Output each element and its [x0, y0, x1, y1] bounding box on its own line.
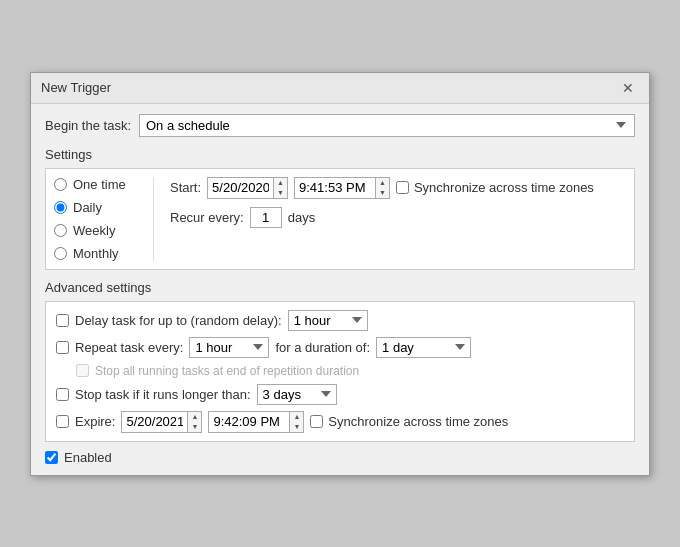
stop-task-checkbox[interactable] — [56, 388, 69, 401]
expire-sync-checkbox[interactable] — [310, 415, 323, 428]
enabled-row: Enabled — [45, 450, 635, 465]
advanced-settings-label: Advanced settings — [45, 280, 635, 295]
expire-sync-check[interactable]: Synchronize across time zones — [310, 414, 508, 429]
expire-date-down-arrow[interactable]: ▼ — [188, 422, 201, 432]
daily-label: Daily — [73, 200, 102, 215]
schedule-type-daily[interactable]: Daily — [54, 200, 141, 215]
daily-radio[interactable] — [54, 201, 67, 214]
repeat-label: Repeat task every: — [75, 340, 183, 355]
recur-label: Recur every: — [170, 210, 244, 225]
title-bar: New Trigger ✕ — [31, 73, 649, 104]
schedule-type-weekly[interactable]: Weekly — [54, 223, 141, 238]
expire-date-spinner[interactable]: ▲ ▼ — [187, 412, 201, 432]
repeat-select[interactable]: 1 hour — [189, 337, 269, 358]
stop-repetition-row: Stop all running tasks at end of repetit… — [56, 364, 624, 378]
one-time-radio[interactable] — [54, 178, 67, 191]
start-label: Start: — [170, 180, 201, 195]
one-time-label: One time — [73, 177, 126, 192]
stop-task-row: Stop task if it runs longer than: 3 days — [56, 384, 624, 405]
stop-task-select[interactable]: 3 days — [257, 384, 337, 405]
delay-checkbox[interactable] — [56, 314, 69, 327]
schedule-type-column: One time Daily Weekly Monthly — [54, 177, 154, 261]
start-date-spinner[interactable]: ▲ ▼ — [273, 178, 287, 198]
expire-date-field[interactable]: ▲ ▼ — [121, 411, 202, 433]
expire-date-up-arrow[interactable]: ▲ — [188, 412, 201, 422]
expire-time-spinner[interactable]: ▲ ▼ — [289, 412, 303, 432]
settings-label: Settings — [45, 147, 635, 162]
start-date-down-arrow[interactable]: ▼ — [274, 188, 287, 198]
schedule-type-monthly[interactable]: Monthly — [54, 246, 141, 261]
sync-zones-check[interactable]: Synchronize across time zones — [396, 180, 594, 195]
stop-repetition-checkbox — [76, 364, 89, 377]
begin-task-select[interactable]: On a schedule — [139, 114, 635, 137]
repeat-row: Repeat task every: 1 hour for a duration… — [56, 337, 624, 358]
expire-time-down-arrow[interactable]: ▼ — [290, 422, 303, 432]
recur-unit-label: days — [288, 210, 315, 225]
enabled-checkbox[interactable] — [45, 451, 58, 464]
start-date-input[interactable] — [208, 178, 273, 198]
schedule-type-one-time[interactable]: One time — [54, 177, 141, 192]
start-time-down-arrow[interactable]: ▼ — [376, 188, 389, 198]
monthly-radio[interactable] — [54, 247, 67, 260]
stop-repetition-label: Stop all running tasks at end of repetit… — [95, 364, 359, 378]
expire-date-input[interactable] — [122, 412, 187, 432]
right-settings: Start: ▲ ▼ ▲ ▼ — [154, 177, 626, 261]
duration-select[interactable]: 1 day — [376, 337, 471, 358]
delay-label: Delay task for up to (random delay): — [75, 313, 282, 328]
duration-label: for a duration of: — [275, 340, 370, 355]
expire-checkbox[interactable] — [56, 415, 69, 428]
advanced-settings-box: Delay task for up to (random delay): 1 h… — [45, 301, 635, 442]
start-time-field[interactable]: ▲ ▼ — [294, 177, 390, 199]
delay-row: Delay task for up to (random delay): 1 h… — [56, 310, 624, 331]
dialog: New Trigger ✕ Begin the task: On a sched… — [30, 72, 650, 476]
recur-value-input[interactable] — [250, 207, 282, 228]
close-button[interactable]: ✕ — [617, 79, 639, 97]
weekly-radio[interactable] — [54, 224, 67, 237]
monthly-label: Monthly — [73, 246, 119, 261]
advanced-settings-section: Advanced settings Delay task for up to (… — [45, 280, 635, 442]
expire-row: Expire: ▲ ▼ ▲ ▼ — [56, 411, 624, 433]
start-time-input[interactable] — [295, 178, 375, 198]
start-row: Start: ▲ ▼ ▲ ▼ — [170, 177, 626, 199]
expire-time-up-arrow[interactable]: ▲ — [290, 412, 303, 422]
begin-task-row: Begin the task: On a schedule — [45, 114, 635, 137]
delay-select[interactable]: 1 hour — [288, 310, 368, 331]
expire-sync-label: Synchronize across time zones — [328, 414, 508, 429]
repeat-checkbox[interactable] — [56, 341, 69, 354]
start-time-up-arrow[interactable]: ▲ — [376, 178, 389, 188]
enabled-label: Enabled — [64, 450, 112, 465]
start-time-spinner[interactable]: ▲ ▼ — [375, 178, 389, 198]
expire-label: Expire: — [75, 414, 115, 429]
sync-zones-checkbox[interactable] — [396, 181, 409, 194]
begin-task-label: Begin the task: — [45, 118, 131, 133]
weekly-label: Weekly — [73, 223, 115, 238]
stop-task-label: Stop task if it runs longer than: — [75, 387, 251, 402]
expire-time-input[interactable] — [209, 412, 289, 432]
dialog-content: Begin the task: On a schedule Settings O… — [31, 104, 649, 475]
dialog-title: New Trigger — [41, 80, 111, 95]
start-date-up-arrow[interactable]: ▲ — [274, 178, 287, 188]
recur-row: Recur every: days — [170, 207, 626, 228]
settings-box: One time Daily Weekly Monthly — [45, 168, 635, 270]
expire-time-field[interactable]: ▲ ▼ — [208, 411, 304, 433]
start-date-field[interactable]: ▲ ▼ — [207, 177, 288, 199]
sync-zones-label: Synchronize across time zones — [414, 180, 594, 195]
